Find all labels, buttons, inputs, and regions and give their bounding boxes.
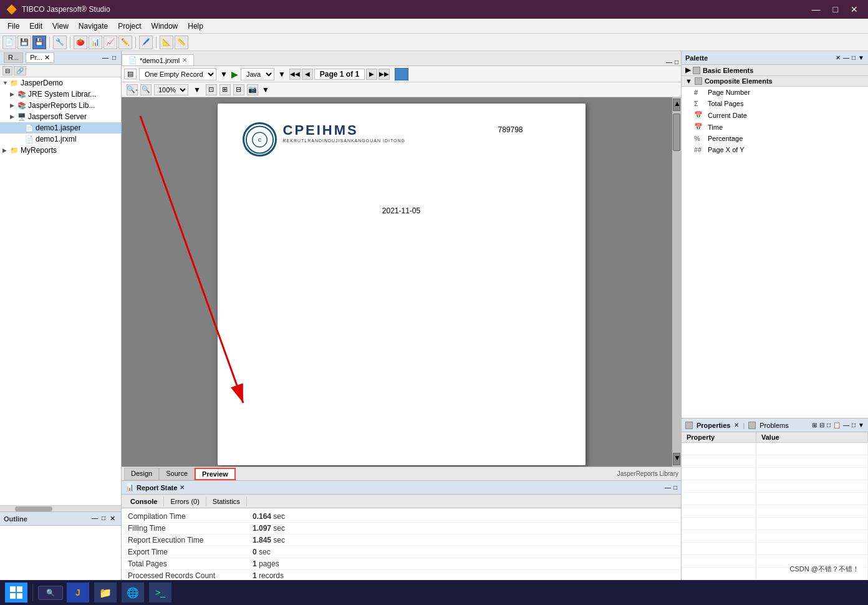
snapshot-button[interactable]: 📷 — [247, 84, 258, 95]
snapshot-dropdown[interactable]: ▼ — [262, 85, 269, 94]
palette-item-total-pages[interactable]: Σ Total Pages — [682, 98, 868, 109]
palette-item-page-number[interactable]: # Page Number — [682, 87, 868, 98]
tree-item-jasper-lib[interactable]: ▶ 📚 JasperReports Lib... — [0, 100, 121, 111]
scroll-thumb[interactable] — [673, 114, 680, 151]
tree-item-demo1-jrxml[interactable]: 📄 demo1.jrxml — [0, 133, 121, 145]
tree-item-jasper-server[interactable]: ▶ 🖥️ Jaspersoft Server — [0, 111, 121, 122]
editor-tab-close[interactable]: ✕ — [182, 57, 187, 64]
nav-first-button[interactable]: ◀◀ — [289, 69, 301, 80]
start-button[interactable] — [5, 583, 27, 603]
tree-item-jre-lib[interactable]: ▶ 📚 JRE System Librar... — [0, 89, 121, 100]
close-button[interactable]: ✕ — [847, 3, 862, 16]
data-adapter-select[interactable]: One Empty Record — [139, 68, 216, 80]
prop-toolbar-btn1[interactable]: ⊞ — [812, 422, 817, 428]
taskbar-jasper-btn[interactable]: J — [67, 583, 89, 603]
outline-close-icon[interactable]: □ — [100, 514, 107, 523]
report-settings-button[interactable] — [395, 68, 408, 80]
tree-item-my-reports[interactable]: ▶ 📁 MyReports — [0, 145, 121, 156]
nav-last-button[interactable]: ▶▶ — [379, 69, 390, 80]
tree-link-editor[interactable]: 🔗 — [14, 66, 26, 75]
zoom-level-select[interactable]: 100% 75% 150% — [154, 84, 188, 95]
scroll-up-arrow[interactable]: ▲ — [673, 99, 680, 111]
source-tab[interactable]: Source — [159, 468, 195, 480]
taskbar-terminal-icon: >_ — [155, 588, 165, 598]
palette-maximize[interactable]: □ — [852, 54, 856, 61]
language-select[interactable]: Java — [241, 68, 274, 80]
menu-item-view[interactable]: View — [47, 21, 74, 32]
new-button[interactable]: 📄 — [2, 36, 16, 49]
toolbar-btn-3[interactable]: 🍅 — [74, 36, 87, 49]
taskbar-folder-btn[interactable]: 📁 — [94, 583, 117, 603]
prop-toolbar-btn2[interactable]: ⊟ — [819, 422, 824, 428]
zoom-out-button[interactable]: 🔍- — [127, 84, 138, 95]
vertical-scrollbar[interactable]: ▲ ▼ — [672, 97, 681, 467]
taskbar-btn-search[interactable]: 🔍 — [38, 586, 63, 600]
tree-horizontal-scrollbar[interactable] — [0, 505, 121, 511]
palette-basic-elements-header[interactable]: ▶ Basic Elements — [682, 65, 868, 76]
statistics-tab[interactable]: Statistics — [206, 496, 247, 506]
tree-item-demo1-jasper[interactable]: 📄 demo1.jasper — [0, 122, 121, 133]
toolbar-btn-2[interactable]: 🔧 — [53, 36, 67, 49]
scroll-down-arrow[interactable]: ▼ — [673, 453, 680, 465]
palette-item-time[interactable]: 📅 Time — [682, 121, 868, 133]
fit-width-button[interactable]: ⊞ — [219, 84, 231, 95]
menu-item-help[interactable]: Help — [183, 21, 208, 32]
explorer-tab-r[interactable]: R... — [4, 52, 23, 63]
palette-item-current-date[interactable]: 📅 Current Date — [682, 109, 868, 121]
tree-scroll-thumb[interactable] — [15, 506, 52, 511]
palette-item-percentage[interactable]: % Percentage — [682, 133, 868, 144]
explorer-tab-pr[interactable]: Pr... ✕ — [26, 52, 54, 63]
minimize-button[interactable]: — — [808, 3, 824, 16]
toolbar-btn-6[interactable]: ✏️ — [118, 36, 132, 49]
tree-item-jasper-demo[interactable]: ▼ 📁 JasperDemo — [0, 77, 121, 89]
errors-tab[interactable]: Errors (0) — [164, 496, 206, 506]
editor-tab-max[interactable]: □ — [675, 59, 678, 65]
fit-page-button[interactable]: ⊡ — [206, 84, 217, 95]
editor-tab-min[interactable]: — — [666, 59, 672, 65]
explorer-maximize-icon[interactable]: □ — [111, 54, 117, 62]
palette-settings[interactable]: ▼ — [858, 54, 864, 61]
toolbar-btn-8[interactable]: 📐 — [160, 36, 173, 49]
prop-settings[interactable]: ▼ — [858, 422, 864, 428]
outline-minimize-icon[interactable]: — — [90, 514, 99, 523]
maximize-button[interactable]: □ — [829, 3, 842, 16]
taskbar-terminal-btn[interactable]: >_ — [149, 583, 171, 603]
save-all-button[interactable]: 💾 — [32, 36, 46, 49]
design-tab[interactable]: Design — [124, 468, 159, 480]
toolbar-btn-5[interactable]: 📈 — [104, 36, 117, 49]
nav-next-button[interactable]: ▶ — [366, 69, 377, 80]
nav-prev-button[interactable]: ◀ — [302, 69, 313, 80]
run-report-button[interactable]: ▶ — [231, 69, 238, 79]
toolbar-btn-7[interactable]: 🖊️ — [139, 36, 153, 49]
explorer-minimize-icon[interactable]: — — [101, 54, 110, 62]
palette-item-page-x-of-y[interactable]: ## Page X of Y — [682, 144, 868, 155]
prop-minimize[interactable]: — — [843, 422, 849, 428]
prop-toolbar-btn4[interactable]: 📋 — [833, 422, 841, 428]
toolbar-btn-4[interactable]: 📊 — [89, 36, 102, 49]
report-state-minimize[interactable]: — — [665, 484, 671, 491]
menu-item-file[interactable]: File — [2, 21, 24, 32]
save-button[interactable]: 💾 — [17, 36, 31, 49]
prop-maximize[interactable]: □ — [852, 422, 856, 428]
console-tab[interactable]: Console — [124, 496, 164, 506]
zoom-in-button[interactable]: 🔍 — [140, 84, 152, 95]
palette-header: Palette ✕ — □ ▼ — [682, 51, 868, 65]
report-state-maximize[interactable]: □ — [673, 484, 677, 491]
toolbar-btn-9[interactable]: 📏 — [175, 36, 188, 49]
outline-tab-close[interactable]: ✕ — [108, 514, 117, 523]
palette-minimize[interactable]: — — [843, 54, 849, 61]
palette-composite-elements-header[interactable]: ▼ Composite Elements — [682, 76, 868, 87]
menu-item-window[interactable]: Window — [147, 21, 183, 32]
prop-toolbar-btn3[interactable]: □ — [827, 422, 831, 428]
tree-collapse-all[interactable]: ⊟ — [2, 66, 12, 75]
report-company-name: CPEIHMS — [283, 122, 406, 138]
taskbar-browser-btn[interactable]: 🌐 — [122, 583, 144, 603]
editor-tab-demo1[interactable]: 📄 *demo1.jrxml ✕ — [122, 54, 194, 65]
menu-item-edit[interactable]: Edit — [24, 21, 47, 32]
menu-item-project[interactable]: Project — [113, 21, 146, 32]
properties-tab-close[interactable]: ✕ — [734, 422, 739, 428]
preview-tab[interactable]: Preview — [195, 468, 236, 480]
editor-tabs: 📄 *demo1.jrxml ✕ — □ — [122, 51, 681, 66]
fit-actual-button[interactable]: ⊟ — [233, 84, 244, 95]
menu-item-navigate[interactable]: Navigate — [74, 21, 113, 32]
